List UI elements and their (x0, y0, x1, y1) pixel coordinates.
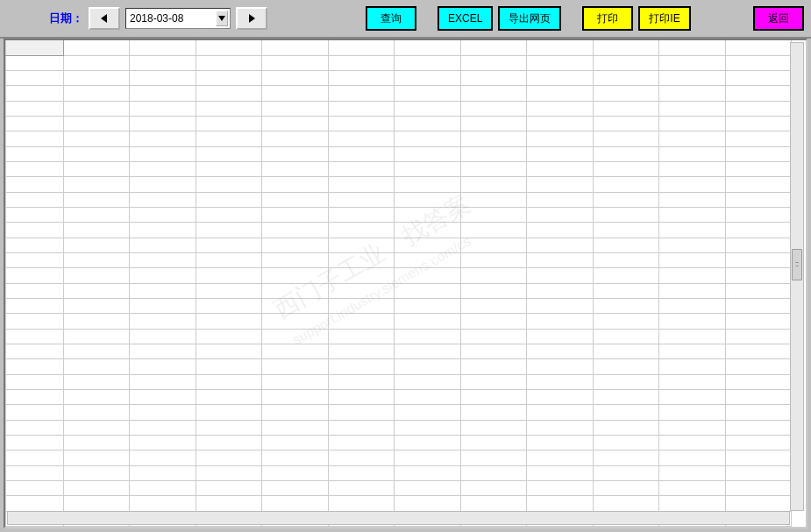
grid-cell[interactable] (64, 450, 130, 465)
grid-cell[interactable] (328, 420, 394, 435)
grid-cell[interactable] (130, 131, 196, 146)
grid-cell[interactable] (460, 192, 526, 207)
grid-cell[interactable] (64, 390, 130, 405)
grid-cell[interactable] (130, 86, 196, 101)
grid-cell[interactable] (130, 329, 196, 344)
grid-cell[interactable] (328, 481, 394, 496)
grid-cell[interactable] (6, 86, 64, 101)
grid-cell[interactable] (130, 314, 196, 329)
grid-cell[interactable] (460, 374, 526, 389)
grid-cell[interactable] (460, 162, 526, 177)
grid-cell[interactable] (262, 359, 328, 374)
grid-cell[interactable] (6, 359, 64, 374)
grid-cell[interactable] (6, 146, 64, 161)
grid-cell[interactable] (196, 390, 261, 405)
grid-cell[interactable] (593, 436, 658, 450)
grid-cell[interactable] (593, 314, 658, 329)
grid-cell[interactable] (64, 223, 130, 238)
grid-cell[interactable] (6, 436, 64, 450)
grid-cell[interactable] (6, 208, 64, 223)
grid-cell[interactable] (593, 253, 658, 268)
grid-cell[interactable] (395, 359, 460, 374)
grid-cell[interactable] (395, 40, 460, 55)
grid-cell[interactable] (6, 465, 64, 480)
grid-cell[interactable] (64, 465, 130, 480)
grid-cell[interactable] (262, 55, 328, 70)
grid-cell[interactable] (6, 55, 64, 70)
grid-cell[interactable] (593, 86, 658, 101)
grid-cell[interactable] (395, 283, 460, 298)
grid-cell[interactable] (725, 436, 791, 450)
grid-cell[interactable] (130, 359, 196, 374)
grid-cell[interactable] (527, 268, 593, 283)
grid-cell[interactable] (130, 436, 196, 450)
grid-cell[interactable] (659, 177, 725, 192)
grid-cell[interactable] (395, 208, 460, 223)
grid-cell[interactable] (725, 117, 791, 131)
grid-cell[interactable] (527, 101, 593, 116)
grid-cell[interactable] (527, 314, 593, 329)
grid-cell[interactable] (395, 436, 460, 450)
grid-cell[interactable] (130, 390, 196, 405)
grid-cell[interactable] (395, 55, 460, 70)
grid-cell[interactable] (6, 238, 64, 252)
grid-cell[interactable] (6, 268, 64, 283)
grid-cell[interactable] (196, 131, 261, 146)
grid-cell[interactable] (130, 177, 196, 192)
query-button[interactable]: 查询 (366, 6, 416, 31)
grid-cell[interactable] (593, 359, 658, 374)
grid-cell[interactable] (460, 253, 526, 268)
grid-cell[interactable] (593, 131, 658, 146)
grid-cell[interactable] (593, 208, 658, 223)
grid-cell[interactable] (593, 40, 658, 55)
grid-cell[interactable] (527, 496, 593, 511)
grid-cell[interactable] (328, 131, 394, 146)
grid-cell[interactable] (64, 268, 130, 283)
grid-cell[interactable] (64, 405, 130, 420)
grid-cell[interactable] (659, 71, 725, 86)
grid-cell[interactable] (328, 405, 394, 420)
grid-cell[interactable] (659, 40, 725, 55)
grid-cell[interactable] (527, 481, 593, 496)
grid-cell[interactable] (725, 359, 791, 374)
grid-cell[interactable] (527, 390, 593, 405)
grid-cell[interactable] (725, 223, 791, 238)
grid-cell[interactable] (196, 238, 261, 252)
grid-cell[interactable] (6, 481, 64, 496)
grid-cell[interactable] (659, 101, 725, 116)
grid-cell[interactable] (6, 344, 64, 359)
grid-cell[interactable] (725, 177, 791, 192)
grid-cell[interactable] (527, 374, 593, 389)
grid-cell[interactable] (6, 223, 64, 238)
grid-cell[interactable] (527, 86, 593, 101)
grid-cell[interactable] (725, 162, 791, 177)
grid-cell[interactable] (262, 283, 328, 298)
grid-cell[interactable] (130, 71, 196, 86)
grid-cell[interactable] (130, 450, 196, 465)
grid-cell[interactable] (659, 390, 725, 405)
grid-cell[interactable] (659, 299, 725, 314)
grid-cell[interactable] (725, 268, 791, 283)
grid-cell[interactable] (395, 86, 460, 101)
grid-cell[interactable] (725, 208, 791, 223)
grid-cell[interactable] (395, 344, 460, 359)
grid-cell[interactable] (395, 253, 460, 268)
grid-cell[interactable] (395, 299, 460, 314)
grid-cell[interactable] (593, 117, 658, 131)
grid-cell[interactable] (130, 223, 196, 238)
grid-cell[interactable] (725, 450, 791, 465)
grid-cell[interactable] (64, 101, 130, 116)
grid-cell[interactable] (262, 253, 328, 268)
grid-cell[interactable] (460, 465, 526, 480)
grid-cell[interactable] (593, 450, 658, 465)
grid-cell[interactable] (593, 223, 658, 238)
prev-date-button[interactable] (89, 7, 120, 30)
grid-cell[interactable] (725, 405, 791, 420)
grid-cell[interactable] (196, 208, 261, 223)
grid-cell[interactable] (460, 177, 526, 192)
grid-cell[interactable] (725, 374, 791, 389)
grid-cell[interactable] (460, 496, 526, 511)
grid-cell[interactable] (64, 299, 130, 314)
grid-cell[interactable] (395, 405, 460, 420)
grid-cell[interactable] (328, 208, 394, 223)
